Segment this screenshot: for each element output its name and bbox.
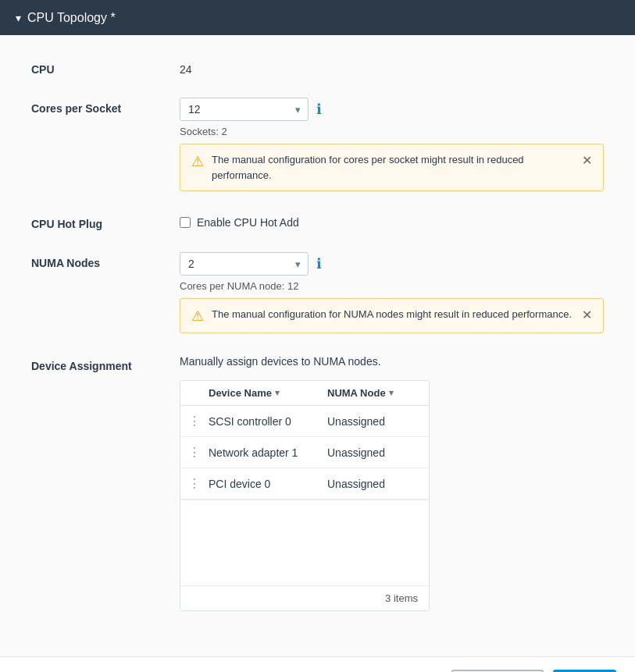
- table-row: ⋮ SCSI controller 0 Unassigned: [180, 406, 429, 437]
- cpu-hot-add-label[interactable]: Enable CPU Hot Add: [197, 216, 299, 229]
- numa-node-filter-icon[interactable]: ▾: [389, 388, 394, 398]
- cores-per-socket-select[interactable]: 12 1 2 3 4 6 8 24: [180, 98, 309, 121]
- device-name-filter-icon[interactable]: ▾: [275, 388, 280, 398]
- table-row: ⋮ Network adapter 1 Unassigned: [180, 437, 429, 468]
- numa-nodes-warning: ⚠ The manual configuration for NUMA node…: [180, 298, 604, 333]
- table-footer: 3 items: [180, 585, 429, 610]
- cores-per-numa-text: Cores per NUMA node: 12: [180, 280, 604, 292]
- numa-nodes-row: NUMA Nodes 2 1 4 ℹ Cores per NUMA node: …: [31, 252, 604, 333]
- drag-handle-0[interactable]: ⋮: [180, 414, 209, 428]
- cpu-value: 24: [180, 59, 604, 76]
- numa-nodes-select-container[interactable]: 2 1 4: [180, 252, 309, 276]
- device-assignment-label: Device Assignment: [31, 355, 180, 372]
- device-name-0: SCSI controller 0: [209, 415, 327, 428]
- device-assignment-row: Device Assignment Manually assign device…: [31, 355, 604, 611]
- numa-nodes-select[interactable]: 2 1 4: [180, 252, 309, 276]
- drag-handle-2[interactable]: ⋮: [180, 476, 209, 491]
- cpu-value-container: 24: [180, 59, 604, 76]
- numa-node-col-header: NUMA Node ▾: [327, 387, 429, 399]
- sockets-count-text: Sockets: 2: [180, 126, 604, 137]
- numa-warning-text: The manual configuration for NUMA nodes …: [212, 307, 574, 322]
- cpu-topology-dialog: ▾ CPU Topology * CPU 24 Cores per Socket…: [0, 0, 635, 672]
- dialog-header: ▾ CPU Topology *: [0, 0, 635, 35]
- cpu-hot-plug-control: Enable CPU Hot Add: [180, 213, 604, 229]
- cores-warning-close-button[interactable]: ✕: [582, 153, 592, 168]
- device-assignment-control: Manually assign devices to NUMA nodes. D…: [180, 355, 604, 611]
- cpu-hot-add-checkbox[interactable]: [180, 217, 191, 228]
- table-header: Device Name ▾ NUMA Node ▾: [180, 381, 429, 406]
- table-item-count: 3 items: [385, 592, 418, 604]
- cpu-hot-plug-row: CPU Hot Plug Enable CPU Hot Add: [31, 213, 604, 230]
- device-assignment-description: Manually assign devices to NUMA nodes.: [180, 355, 604, 368]
- dialog-footer: CANCEL OK: [0, 656, 635, 672]
- cpu-row: CPU 24: [31, 59, 604, 76]
- table-row: ⋮ PCI device 0 Unassigned: [180, 468, 429, 500]
- numa-nodes-control: 2 1 4 ℹ Cores per NUMA node: 12 ⚠ The ma…: [180, 252, 604, 333]
- cpu-hot-add-wrapper: Enable CPU Hot Add: [180, 213, 604, 229]
- device-name-1: Network adapter 1: [209, 446, 327, 459]
- numa-nodes-label: NUMA Nodes: [31, 252, 180, 269]
- numa-nodes-info-icon[interactable]: ℹ: [316, 255, 322, 272]
- numa-nodes-select-wrapper: 2 1 4 ℹ: [180, 252, 604, 276]
- collapse-icon[interactable]: ▾: [16, 12, 21, 24]
- table-empty-area: [180, 500, 429, 585]
- dialog-title: CPU Topology *: [27, 11, 116, 25]
- device-name-2: PCI device 0: [209, 478, 327, 490]
- cores-per-socket-row: Cores per Socket 12 1 2 3 4 6 8 24: [31, 98, 604, 191]
- numa-node-0: Unassigned: [327, 415, 429, 428]
- cores-per-socket-warning: ⚠ The manual configuration for cores per…: [180, 144, 604, 191]
- numa-warning-icon: ⚠: [191, 308, 204, 325]
- cores-per-socket-info-icon[interactable]: ℹ: [316, 101, 322, 118]
- numa-node-2: Unassigned: [327, 478, 429, 490]
- cores-warning-text: The manual configuration for cores per s…: [212, 152, 574, 183]
- device-name-col-header: Device Name ▾: [209, 387, 327, 399]
- cores-warning-icon: ⚠: [191, 153, 204, 170]
- cores-per-socket-select-wrapper: 12 1 2 3 4 6 8 24 ℹ: [180, 98, 604, 121]
- cores-per-socket-control: 12 1 2 3 4 6 8 24 ℹ Sockets: 2 ⚠: [180, 98, 604, 191]
- cpu-label: CPU: [31, 59, 180, 76]
- cores-per-socket-select-container[interactable]: 12 1 2 3 4 6 8 24: [180, 98, 309, 121]
- numa-warning-close-button[interactable]: ✕: [582, 308, 592, 322]
- dialog-content: CPU 24 Cores per Socket 12 1 2 3 4: [0, 35, 635, 656]
- device-assignment-table: Device Name ▾ NUMA Node ▾ ⋮ SCSI control…: [180, 380, 430, 611]
- drag-handle-1[interactable]: ⋮: [180, 445, 209, 460]
- cpu-hot-plug-label: CPU Hot Plug: [31, 213, 180, 230]
- numa-node-1: Unassigned: [327, 446, 429, 459]
- cores-per-socket-label: Cores per Socket: [31, 98, 180, 115]
